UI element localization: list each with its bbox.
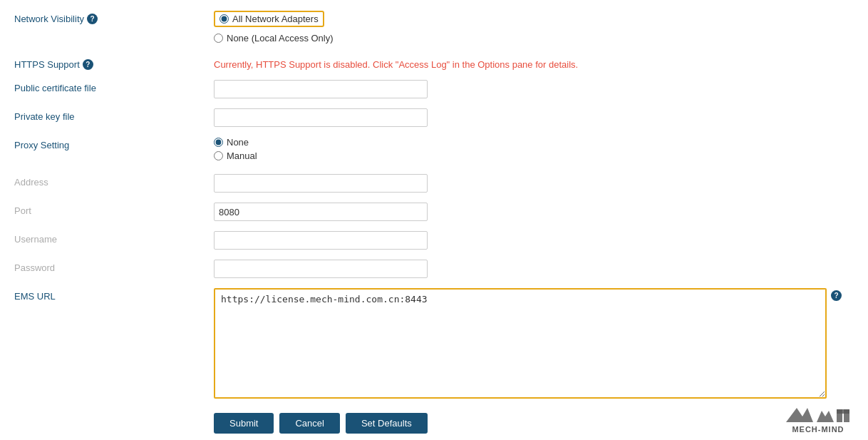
proxy-manual-option[interactable]: Manual (214, 150, 854, 161)
address-row: Address (14, 174, 854, 193)
https-support-message-group: Currently, HTTPS Support is disabled. Cl… (214, 56, 854, 70)
private-key-input[interactable] (214, 108, 428, 127)
logo-area: MECH-MIND (782, 402, 854, 434)
network-visibility-all-radio[interactable] (219, 14, 229, 24)
username-row: Username (14, 231, 854, 250)
submit-button[interactable]: Submit (214, 413, 274, 434)
svg-marker-0 (786, 408, 813, 422)
network-visibility-row: Network Visibility ? All Network Adapter… (14, 11, 854, 46)
password-input[interactable] (214, 260, 428, 278)
address-label: Address (14, 174, 214, 188)
all-adapters-wrapper: All Network Adapters (214, 11, 324, 27)
proxy-setting-row: Proxy Setting None Manual (14, 137, 854, 164)
port-control (214, 203, 854, 221)
network-visibility-help-icon[interactable]: ? (87, 14, 98, 24)
password-row: Password (14, 260, 854, 278)
address-input[interactable] (214, 174, 428, 193)
proxy-manual-radio[interactable] (214, 151, 223, 160)
form-buttons: Submit Cancel Set Defaults (14, 413, 854, 434)
network-visibility-options: All Network Adapters None (Local Access … (214, 11, 854, 46)
cancel-button[interactable]: Cancel (279, 413, 339, 434)
ems-url-row: EMS URL https://license.mech-mind.com.cn… (14, 288, 854, 399)
https-support-help-icon[interactable]: ? (83, 59, 93, 70)
ems-url-label: EMS URL (14, 288, 214, 302)
network-visibility-label: Network Visibility ? (14, 11, 214, 24)
ems-url-input[interactable]: https://license.mech-mind.com.cn:8443 (214, 288, 827, 399)
logo-text: MECH-MIND (792, 425, 844, 434)
network-visibility-all-option[interactable]: All Network Adapters (214, 11, 854, 27)
proxy-setting-label: Proxy Setting (14, 137, 214, 150)
public-cert-row: Public certificate file (14, 80, 854, 98)
username-control (214, 231, 854, 250)
network-visibility-none-radio[interactable] (214, 34, 223, 43)
ems-url-help-icon[interactable]: ? (831, 290, 842, 301)
port-row: Port (14, 203, 854, 221)
ems-url-control: https://license.mech-mind.com.cn:8443 ? (214, 288, 842, 399)
password-label: Password (14, 260, 214, 273)
private-key-label: Private key file (14, 108, 214, 122)
port-input[interactable] (214, 203, 428, 221)
public-cert-input[interactable] (214, 80, 428, 98)
svg-rect-4 (837, 409, 849, 414)
password-control (214, 260, 854, 278)
public-cert-label: Public certificate file (14, 80, 214, 93)
mech-mind-logo-icon (782, 402, 854, 425)
private-key-control (214, 108, 854, 127)
public-cert-control (214, 80, 854, 98)
set-defaults-button[interactable]: Set Defaults (346, 413, 428, 434)
proxy-setting-options: None Manual (214, 137, 854, 164)
svg-marker-1 (817, 411, 834, 422)
username-input[interactable] (214, 231, 428, 250)
proxy-none-option[interactable]: None (214, 137, 854, 148)
https-support-message: Currently, HTTPS Support is disabled. Cl… (214, 56, 854, 70)
https-support-row: HTTPS Support ? Currently, HTTPS Support… (14, 56, 854, 70)
port-label: Port (14, 203, 214, 216)
username-label: Username (14, 231, 214, 245)
settings-page: Network Visibility ? All Network Adapter… (0, 0, 868, 440)
private-key-row: Private key file (14, 108, 854, 127)
proxy-none-radio[interactable] (214, 138, 223, 147)
address-control (214, 174, 854, 193)
network-visibility-none-option[interactable]: None (Local Access Only) (214, 33, 854, 44)
https-support-label: HTTPS Support ? (14, 56, 214, 70)
